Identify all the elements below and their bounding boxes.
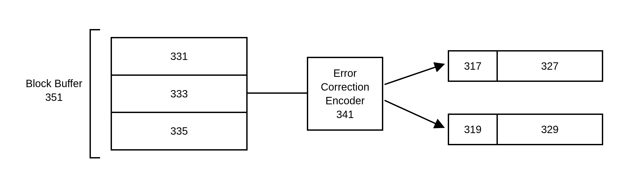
encoder-text-line: Correction bbox=[321, 80, 370, 94]
output-cell-value: 327 bbox=[541, 60, 559, 72]
block-buffer-label-num: 351 bbox=[45, 91, 63, 103]
output-top-right-cell: 327 bbox=[498, 50, 603, 82]
connector-line bbox=[248, 92, 307, 94]
output-cell-value: 317 bbox=[464, 60, 482, 72]
encoder-text-line: 341 bbox=[336, 107, 354, 121]
block-buffer-label-text: Block Buffer bbox=[26, 78, 82, 89]
output-top-left-cell: 317 bbox=[448, 50, 498, 82]
svg-line-1 bbox=[385, 65, 443, 85]
output-bottom-right-cell: 329 bbox=[498, 114, 603, 145]
buffer-row: 331 bbox=[112, 38, 246, 76]
encoder-text-line: Encoder bbox=[326, 94, 365, 107]
output-bottom-box: 319 329 bbox=[448, 114, 603, 145]
output-bottom-left-cell: 319 bbox=[448, 114, 498, 145]
block-buffer-bracket bbox=[90, 29, 100, 158]
buffer-row: 333 bbox=[112, 76, 246, 113]
encoder-box: Error Correction Encoder 341 bbox=[307, 57, 383, 131]
block-buffer-label: Block Buffer 351 bbox=[21, 77, 87, 104]
output-top-box: 317 327 bbox=[448, 50, 603, 82]
block-buffer-box: 331 333 335 bbox=[111, 37, 248, 151]
buffer-row-value: 333 bbox=[170, 88, 188, 100]
svg-line-2 bbox=[385, 100, 443, 127]
buffer-row-value: 331 bbox=[170, 50, 188, 62]
encoder-text-line: Error bbox=[333, 66, 357, 80]
buffer-row-value: 335 bbox=[170, 125, 188, 137]
arrows-svg bbox=[383, 50, 452, 145]
output-cell-value: 329 bbox=[541, 124, 559, 135]
buffer-row: 335 bbox=[112, 113, 246, 149]
output-cell-value: 319 bbox=[464, 124, 482, 135]
